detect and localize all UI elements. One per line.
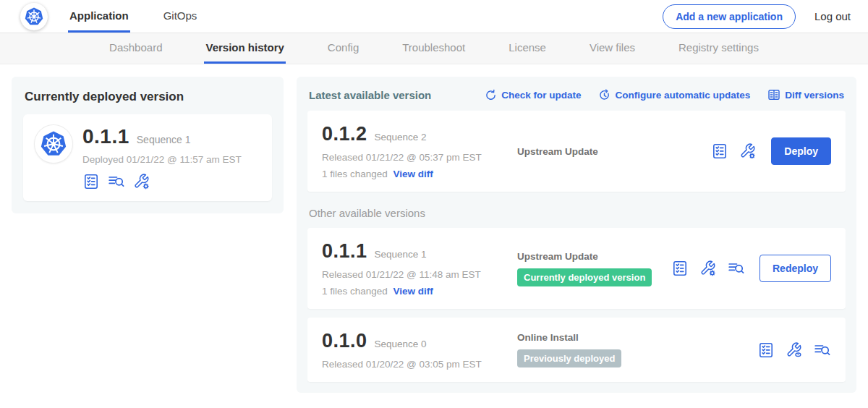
- latest-version-heading: Latest available version: [309, 89, 431, 101]
- version-source-label: Upstream Update: [517, 251, 671, 262]
- diff-columns-icon: [767, 88, 780, 101]
- currently-deployed-badge: Currently deployed version: [517, 268, 652, 286]
- deployed-timestamp: Deployed 01/21/22 @ 11:57 am EST: [82, 154, 242, 165]
- version-row-0-1-2: 0.1.2 Sequence 2 Released 01/21/22 @ 05:…: [307, 111, 846, 192]
- kubernetes-logo-icon: [38, 129, 69, 159]
- files-changed-label: 1 files changed: [322, 286, 388, 297]
- app-logo: [20, 3, 48, 30]
- other-versions-heading: Other available versions: [309, 207, 844, 219]
- deployed-card-title: Currently deployed version: [25, 90, 271, 104]
- tab-application[interactable]: Application: [68, 0, 130, 33]
- files-changed-label: 1 files changed: [322, 169, 388, 179]
- app-subnav: Dashboard Version history Config Trouble…: [0, 33, 868, 64]
- checklist-icon[interactable]: [671, 260, 689, 277]
- version-row-0-1-1: 0.1.1 Sequence 1 Released 01/21/22 @ 11:…: [307, 228, 846, 309]
- tab-gitops[interactable]: GitOps: [162, 0, 199, 33]
- version-source-label: Upstream Update: [517, 146, 711, 157]
- version-source-label: Online Install: [517, 332, 757, 343]
- version-row-0-1-0: 0.1.0 Sequence 0 Released 01/20/22 @ 03:…: [307, 318, 846, 382]
- clock-arrow-icon: [598, 89, 610, 101]
- released-timestamp: Released 01/20/22 @ 03:05 pm EST: [322, 359, 504, 370]
- version-number: 0.1.2: [322, 123, 367, 145]
- wrench-gear-icon[interactable]: [739, 143, 757, 160]
- logs-search-icon[interactable]: [814, 341, 831, 359]
- released-timestamp: Released 01/21/22 @ 11:48 am EST: [322, 269, 504, 280]
- checklist-icon[interactable]: [757, 341, 775, 359]
- refresh-icon: [485, 89, 497, 101]
- tab-troubleshoot[interactable]: Troubleshoot: [401, 33, 467, 64]
- view-diff-link[interactable]: View diff: [393, 286, 433, 297]
- wrench-eye-icon[interactable]: [786, 341, 803, 359]
- logs-search-icon[interactable]: [728, 260, 745, 277]
- version-number: 0.1.0: [322, 330, 367, 352]
- app-version-logo: [35, 125, 72, 163]
- logs-search-icon[interactable]: [108, 173, 125, 190]
- previously-deployed-badge: Previously deployed: [517, 349, 621, 367]
- deployed-version-card: 0.1.1 Sequence 1 Deployed 01/21/22 @ 11:…: [23, 114, 272, 201]
- diff-versions-link[interactable]: Diff versions: [767, 88, 844, 101]
- version-number: 0.1.1: [322, 240, 367, 263]
- deployed-sequence: Sequence 1: [137, 134, 191, 145]
- app-header: Application GitOps Add a new application…: [0, 0, 868, 33]
- check-for-update-link[interactable]: Check for update: [485, 89, 581, 101]
- check-for-update-label: Check for update: [501, 90, 581, 101]
- version-sequence: Sequence 1: [375, 249, 427, 260]
- configure-automatic-updates-link[interactable]: Configure automatic updates: [598, 89, 750, 101]
- configure-automatic-updates-label: Configure automatic updates: [615, 90, 750, 101]
- primary-nav: Application GitOps: [68, 0, 198, 33]
- tab-version-history[interactable]: Version history: [204, 33, 285, 64]
- tab-dashboard[interactable]: Dashboard: [108, 33, 163, 64]
- redeploy-button[interactable]: Redeploy: [760, 255, 831, 282]
- tab-registry-settings[interactable]: Registry settings: [677, 33, 760, 64]
- diff-versions-label: Diff versions: [785, 90, 844, 101]
- logout-button[interactable]: Log out: [814, 10, 851, 22]
- deployed-version-number: 0.1.1: [82, 125, 129, 148]
- released-timestamp: Released 01/21/22 @ 05:37 pm EST: [322, 152, 504, 163]
- version-sequence: Sequence 0: [375, 339, 427, 349]
- checklist-icon[interactable]: [711, 143, 728, 160]
- view-diff-link[interactable]: View diff: [393, 169, 433, 179]
- version-history-panel: Latest available version Check for updat…: [297, 77, 856, 393]
- tab-license[interactable]: License: [507, 33, 548, 64]
- deploy-button[interactable]: Deploy: [771, 137, 831, 165]
- currently-deployed-card: Currently deployed version: [12, 77, 284, 213]
- tab-config[interactable]: Config: [326, 33, 360, 64]
- wrench-gear-icon[interactable]: [133, 173, 150, 190]
- tab-view-files[interactable]: View files: [588, 33, 637, 64]
- wrench-gear-icon[interactable]: [699, 260, 717, 277]
- add-application-button[interactable]: Add a new application: [663, 4, 796, 29]
- kubernetes-logo-icon: [23, 6, 45, 27]
- checklist-icon[interactable]: [82, 173, 100, 190]
- version-sequence: Sequence 2: [375, 132, 427, 143]
